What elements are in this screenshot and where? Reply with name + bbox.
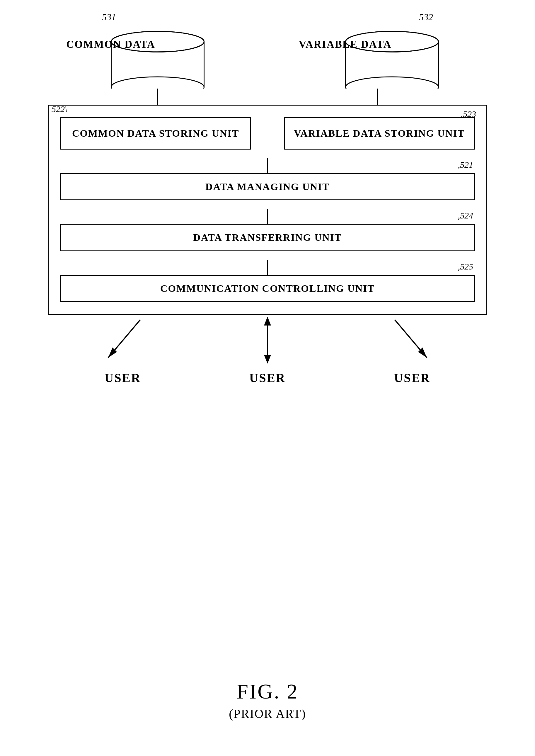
right-connector-line: [377, 89, 378, 105]
ref-532: 532: [419, 12, 433, 22]
connector-transferring: [267, 209, 268, 224]
user-left: USER: [99, 314, 146, 385]
arrow-diagonal-left: [99, 314, 146, 367]
common-data-label: COMMON DATA: [64, 38, 157, 51]
connector-managing: [267, 158, 268, 173]
ref-524-label: ,524: [458, 211, 473, 221]
data-managing-unit: DATA MANAGING UNIT: [60, 173, 475, 200]
svg-marker-18: [264, 355, 271, 364]
ref-531: 531: [102, 12, 116, 22]
user-center-label: USER: [249, 371, 286, 385]
user-left-label: USER: [105, 371, 141, 385]
figure-number: FIG. 2: [229, 680, 306, 704]
svg-marker-17: [264, 317, 271, 325]
ref-522-label: 522\: [52, 104, 67, 114]
common-data-cylinder: COMMON DATA: [111, 24, 205, 89]
variable-data-cylinder: VARIABLE DATA: [345, 24, 439, 89]
figure-label: FIG. 2 (PRIOR ART): [229, 680, 306, 721]
ref-525-label: ,525: [458, 261, 473, 272]
ref-521-label: ,521: [458, 160, 473, 170]
main-box: 522\ COMMON DATA STORING UNIT ,523 VARIA…: [48, 105, 487, 315]
users-section: USER USER USER: [48, 320, 487, 385]
variable-data-storing-unit: VARIABLE DATA STORING UNIT: [284, 117, 475, 150]
user-center: USER: [249, 314, 286, 385]
figure-subtitle: (PRIOR ART): [229, 707, 306, 721]
left-connector-line: [157, 89, 158, 105]
connector-communication: [267, 260, 268, 275]
common-data-storing-unit: COMMON DATA STORING UNIT: [60, 117, 251, 150]
arrow-vertical-both: [250, 314, 285, 367]
user-right-label: USER: [394, 371, 430, 385]
communication-controlling-unit: COMMUNICATION CONTROLLING UNIT: [60, 275, 475, 302]
user-right: USER: [389, 314, 436, 385]
data-transferring-unit: DATA TRANSFERRING UNIT: [60, 224, 475, 251]
variable-data-label: VARIABLE DATA: [298, 38, 392, 51]
arrow-diagonal-right: [389, 314, 436, 367]
